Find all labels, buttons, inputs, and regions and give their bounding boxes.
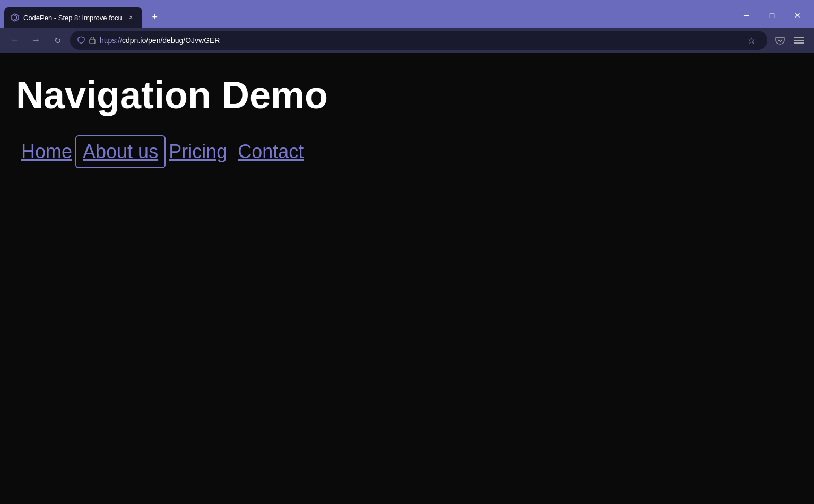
nav-link-contact[interactable]: Contact [232,137,309,166]
close-window-button[interactable]: ✕ [785,5,810,25]
nav-right-buttons [772,32,808,49]
url-text: https://cdpn.io/pen/debug/OJvwGER [100,36,739,45]
url-rest: cdpn.io/pen/debug/OJvwGER [122,36,220,45]
active-tab[interactable]: CodePen - Step 8: Improve focu × [4,7,142,28]
back-button[interactable]: ← [6,32,23,49]
minimize-button[interactable]: ─ [734,5,759,25]
browser-chrome: CodePen - Step 8: Improve focu × + ─ □ ✕… [0,0,814,53]
tab-title: CodePen - Step 8: Improve focu [23,14,122,22]
reload-button[interactable]: ↻ [49,32,66,49]
bookmark-button[interactable]: ☆ [743,32,760,49]
shield-icon [77,36,85,45]
new-tab-button[interactable]: + [146,8,163,25]
page-content: Navigation Demo HomeAbout usPricingConta… [0,53,814,504]
page-title: Navigation Demo [16,74,798,116]
address-bar[interactable]: https://cdpn.io/pen/debug/OJvwGER ☆ [70,31,767,50]
nav-link-about-us[interactable]: About us [77,137,163,166]
menu-button[interactable] [791,32,808,49]
pocket-button[interactable] [772,32,789,49]
lock-icon [89,36,96,45]
nav-link-pricing[interactable]: Pricing [163,137,232,166]
navigation-bar: ← → ↻ https://cdpn.io/pen/debug/OJvwGER [0,28,814,53]
tab-bar: CodePen - Step 8: Improve focu × + ─ □ ✕ [0,0,814,28]
maximize-button[interactable]: □ [760,5,784,25]
tab-close-button[interactable]: × [126,13,136,22]
forward-button[interactable]: → [28,32,45,49]
nav-link-home[interactable]: Home [16,137,77,166]
window-controls: ─ □ ✕ [734,5,810,25]
url-protocol: https:// [100,36,122,45]
nav-links: HomeAbout usPricingContact [16,137,798,166]
tab-favicon-icon [11,13,19,22]
svg-rect-0 [90,39,95,44]
